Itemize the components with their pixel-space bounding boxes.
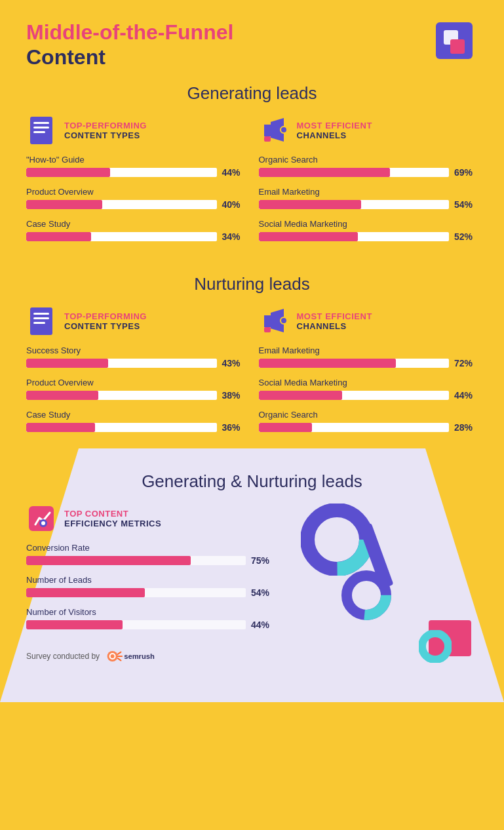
bar-label: Case Study [26,219,246,229]
svg-rect-9 [264,136,271,142]
nurturing-right-col: MOST EFFICIENT CHANNELS Email Marketing … [259,306,478,442]
survey-footer: Survey conducted by semrush [26,650,275,663]
bar-label: Email Marketing [259,346,478,355]
gen-left-bar-0: "How-to" Guide 44% [26,155,246,178]
bar-label: Product Overview [26,187,246,197]
bottom-right-deco [288,504,478,663]
svg-rect-3 [30,117,52,144]
svg-rect-14 [33,322,45,324]
bottom-bar-2: Number of Visitors 44% [26,607,275,630]
svg-point-22 [41,521,45,525]
svg-point-18 [281,317,287,324]
bar-pct: 54% [251,587,275,598]
bar-pct: 72% [454,358,478,368]
nurturing-left-label-bottom: CONTENT TYPES [64,321,147,331]
bar-label: Number of Visitors [26,607,275,617]
gen-right-bar-2: Social Media Marketing 52% [259,219,478,242]
nurturing-columns: TOP-PERFORMING CONTENT TYPES Success Sto… [26,306,478,442]
bottom-left: TOP CONTENT EFFICIENCY METRICS Conversio… [26,504,275,663]
main-container: Middle-of-the-Funnel Content Generating … [0,0,504,702]
nurturing-left-label-top: TOP-PERFORMING [64,311,147,321]
bar-row: 44% [26,620,275,630]
bar-label: Organic Search [259,155,478,165]
bar-track [26,168,217,177]
bar-row: 28% [259,422,478,433]
small-donut [340,569,393,622]
bar-row: 54% [259,199,478,210]
bottom-bar-1: Number of Leads 54% [26,575,275,598]
nurturing-right-header: MOST EFFICIENT CHANNELS [259,306,478,336]
bar-track [26,556,246,565]
bar-fill [26,359,108,368]
bar-track [259,359,450,368]
bar-track [26,200,217,209]
bar-pct: 52% [454,231,478,242]
bar-fill [259,423,312,432]
bar-pct: 28% [454,422,478,433]
bar-pct: 34% [222,231,246,242]
document-icon-2 [26,306,56,336]
nur-left-bar-2: Case Study 36% [26,410,246,433]
bar-row: 34% [26,231,246,242]
nurturing-left-header-text: TOP-PERFORMING CONTENT TYPES [64,311,147,331]
svg-point-31 [422,633,448,660]
yellow-section: Middle-of-the-Funnel Content Generating … [0,0,504,442]
document-icon [26,115,56,146]
bar-track [26,620,246,629]
svg-rect-13 [33,317,49,319]
header: Middle-of-the-Funnel Content [26,20,478,70]
gen-left-bar-1: Product Overview 40% [26,187,246,210]
bar-pct: 75% [251,555,275,566]
nurturing-right-header-text: MOST EFFICIENT CHANNELS [297,311,372,331]
bar-track [259,391,450,400]
svg-rect-4 [33,122,49,124]
bar-fill [26,556,191,565]
bar-row: 36% [26,422,246,433]
bar-fill [26,232,91,241]
generating-title: Generating leads [26,83,478,104]
bar-row: 52% [259,231,478,242]
bar-fill [259,391,343,400]
generating-left-header: TOP-PERFORMING CONTENT TYPES [26,115,246,146]
bar-label: Conversion Rate [26,543,275,553]
bottom-label-bottom: EFFICIENCY METRICS [64,519,161,528]
nurturing-title: Nurturing leads [26,274,478,294]
bar-pct: 69% [454,167,478,178]
megaphone-icon-2 [259,306,289,336]
title-line1: Middle-of-the-Funnel [26,20,233,45]
svg-point-23 [107,651,118,662]
bar-pct: 40% [222,199,246,210]
bar-fill [26,168,110,177]
bar-track [26,359,217,368]
bottom-section-title: Generating & Nurturing leads [26,471,478,492]
bar-label: Success Story [26,346,246,355]
bar-label: Social Media Marketing [259,219,478,229]
nur-right-bar-1: Social Media Marketing 44% [259,378,478,401]
chart-icon [26,504,56,534]
generating-right-col: MOST EFFICIENT CHANNELS Organic Search 6… [259,115,478,251]
generating-left-col: TOP-PERFORMING CONTENT TYPES "How-to" Gu… [26,115,246,251]
nurturing-left-col: TOP-PERFORMING CONTENT TYPES Success Sto… [26,306,246,442]
nur-left-bar-0: Success Story 43% [26,346,246,368]
generating-left-label-bottom: CONTENT TYPES [64,130,147,140]
bottom-layout: TOP CONTENT EFFICIENCY METRICS Conversio… [26,504,478,663]
svg-marker-7 [264,125,271,136]
bar-pct: 54% [454,199,478,210]
svg-rect-6 [33,131,45,133]
bottom-label-top: TOP CONTENT [64,509,161,519]
svg-rect-12 [33,313,49,315]
bar-row: 44% [259,390,478,401]
bar-track [26,423,217,432]
bottom-col-header: TOP CONTENT EFFICIENCY METRICS [26,504,275,534]
title-block: Middle-of-the-Funnel Content [26,20,233,70]
bar-track [26,232,217,241]
megaphone-icon [259,115,289,146]
bar-fill [26,200,102,209]
bar-pct: 43% [222,358,246,368]
bar-label: Product Overview [26,378,246,387]
nurturing-right-label-bottom: CHANNELS [297,321,372,331]
bar-track [259,168,450,177]
bar-pct: 44% [454,390,478,401]
title-line2: Content [26,45,233,69]
bar-row: 69% [259,167,478,178]
